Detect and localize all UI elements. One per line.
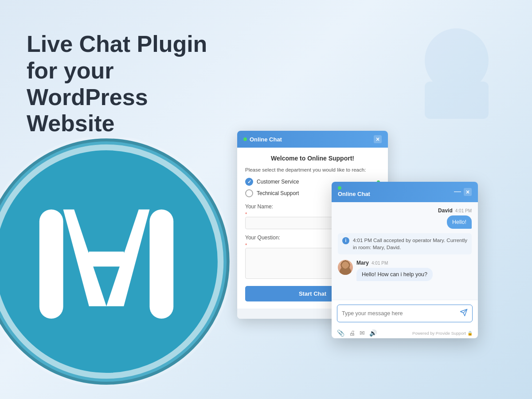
powered-text: Powered by Provide Support 🔒 bbox=[412, 331, 473, 336]
close-button-1[interactable]: × bbox=[374, 135, 382, 143]
wordpress-logo bbox=[0, 137, 231, 386]
attach-icon[interactable]: 📎 bbox=[337, 329, 344, 336]
lock-icon: 🔒 bbox=[467, 331, 473, 336]
mary-avatar bbox=[338, 260, 353, 275]
mary-name: Mary bbox=[356, 260, 369, 266]
header-left-1: Online Chat bbox=[243, 136, 282, 143]
message-input-row bbox=[337, 305, 473, 322]
svg-rect-4 bbox=[39, 209, 63, 318]
dept-prompt: Please select the department you would l… bbox=[245, 166, 380, 173]
sound-icon[interactable]: 🔊 bbox=[369, 329, 377, 336]
svg-rect-7 bbox=[149, 209, 173, 318]
heading-line2: WordPress Website bbox=[27, 84, 148, 137]
mary-msg-content: Mary 4:01 PM Hello! How can i help you? bbox=[356, 260, 433, 281]
chat-title-1: Online Chat bbox=[250, 136, 282, 143]
powered-label: Powered by Provide Support bbox=[412, 331, 466, 336]
mary-time: 4:01 PM bbox=[372, 261, 388, 266]
print-icon[interactable]: 🖨 bbox=[349, 329, 355, 336]
dept-radio-unchecked bbox=[245, 189, 253, 197]
info-icon: i bbox=[342, 237, 349, 244]
message-input[interactable] bbox=[342, 310, 456, 317]
bg-decoration bbox=[403, 18, 510, 124]
email-icon[interactable]: ✉ bbox=[360, 329, 365, 336]
welcome-text: Welcome to Online Support! bbox=[245, 155, 380, 162]
david-name: David bbox=[438, 207, 453, 214]
header-left-2: Online Chat bbox=[338, 186, 370, 198]
chat-header-2: Online Chat — × bbox=[332, 182, 478, 202]
mary-bubble: Hello! How can i help you? bbox=[356, 268, 433, 281]
message-mary: Mary 4:01 PM Hello! How can i help you? bbox=[338, 260, 472, 281]
system-message: i 4:01 PM Call accepted by operator Mary… bbox=[338, 233, 472, 254]
chat-messages: David 4:01 PM Hello! i 4:01 PM Call acce… bbox=[332, 202, 478, 300]
close-button-2[interactable]: × bbox=[464, 188, 472, 196]
main-heading: Live Chat Plugin for your WordPress Webs… bbox=[27, 31, 239, 137]
chat-toolbar: 📎 🖨 ✉ 🔊 Powered by Provide Support 🔒 bbox=[332, 327, 478, 338]
active-chat-window: Online Chat — × David 4:01 PM Hello! i 4… bbox=[332, 182, 478, 338]
dept-radio-checked bbox=[245, 178, 253, 186]
chat-title-2: Online Chat bbox=[338, 191, 370, 197]
online-indicator-2 bbox=[338, 186, 341, 190]
minimize-button[interactable]: — bbox=[454, 188, 461, 195]
david-sender-info: David 4:01 PM bbox=[438, 207, 472, 214]
system-message-text: 4:01 PM Call accepted by operator Mary. … bbox=[353, 237, 467, 251]
david-bubble: Hello! bbox=[447, 215, 472, 229]
online-indicator-1 bbox=[243, 137, 247, 141]
toolbar-icons: 📎 🖨 ✉ 🔊 bbox=[337, 329, 377, 336]
david-time: 4:01 PM bbox=[455, 208, 472, 213]
mary-sender-info: Mary 4:01 PM bbox=[356, 260, 433, 266]
heading-line1: Live Chat Plugin for your bbox=[27, 31, 207, 83]
chat-header-1: Online Chat × bbox=[237, 131, 388, 148]
chat-input-area bbox=[332, 300, 478, 327]
mary-avatar-img bbox=[338, 260, 353, 275]
svg-marker-8 bbox=[84, 252, 129, 267]
header-controls: — × bbox=[454, 188, 472, 196]
send-icon[interactable] bbox=[460, 309, 468, 318]
svg-rect-1 bbox=[425, 82, 489, 119]
david-msg-content: David 4:01 PM Hello! bbox=[438, 207, 472, 229]
message-david: David 4:01 PM Hello! bbox=[338, 207, 472, 229]
